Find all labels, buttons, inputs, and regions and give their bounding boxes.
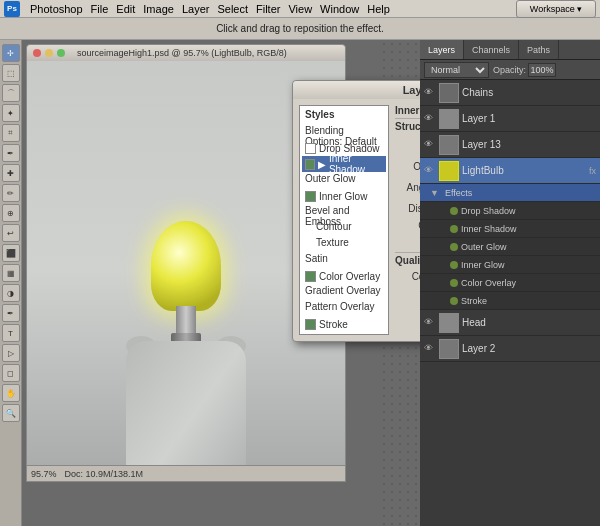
drop-shadow-check[interactable] [305, 143, 316, 154]
styles-header: Styles [302, 108, 386, 124]
panel-tabs: Layers Channels Paths [420, 40, 600, 60]
inner-shadow-check[interactable] [305, 159, 315, 170]
dialog-settings-panel: Inner Shadow Structure Blend Mode: Satur… [395, 105, 420, 335]
tool-history[interactable]: ↩ [2, 224, 20, 242]
tool-hand[interactable]: ✋ [2, 384, 20, 402]
effect-color-overlay[interactable]: Color Overlay [420, 274, 600, 292]
layer-name-lightbulb: LightBulb [462, 165, 586, 176]
tool-eraser[interactable]: ⬛ [2, 244, 20, 262]
style-inner-shadow[interactable]: ▶Inner Shadow [302, 156, 386, 172]
tool-pen[interactable]: ✒ [2, 304, 20, 322]
menu-bar: Ps Photoshop File Edit Image Layer Selec… [0, 0, 600, 18]
style-satin[interactable]: Satin [302, 252, 386, 268]
maximize-button[interactable] [57, 49, 65, 57]
layer-13[interactable]: 👁 Layer 13 [420, 132, 600, 158]
layer-head[interactable]: 👁 Head [420, 310, 600, 336]
tab-paths[interactable]: Paths [519, 40, 559, 59]
menu-edit[interactable]: Edit [116, 3, 135, 15]
eye-icon-chains[interactable]: 👁 [424, 87, 436, 99]
minimize-button[interactable] [45, 49, 53, 57]
separator-1 [395, 118, 420, 119]
app-logo: Ps [4, 1, 20, 17]
eye-icon-layer2[interactable]: 👁 [424, 343, 436, 355]
tool-brush[interactable]: ✏ [2, 184, 20, 202]
menu-help[interactable]: Help [367, 3, 390, 15]
main-area: ✢ ⬚ ⌒ ✦ ⌗ ✒ ✚ ✏ ⊕ ↩ ⬛ ▦ ◑ ✒ T ▷ ◻ ✋ 🔍 so… [0, 40, 600, 526]
effect-outer-glow[interactable]: Outer Glow [420, 238, 600, 256]
left-toolbar: ✢ ⬚ ⌒ ✦ ⌗ ✒ ✚ ✏ ⊕ ↩ ⬛ ▦ ◑ ✒ T ▷ ◻ ✋ 🔍 [0, 40, 22, 526]
tool-type[interactable]: T [2, 324, 20, 342]
eye-icon-layer1[interactable]: 👁 [424, 113, 436, 125]
tool-magic-wand[interactable]: ✦ [2, 104, 20, 122]
menu-file[interactable]: File [91, 3, 109, 15]
lightbulb-neck [176, 306, 196, 336]
eye-icon-layer13[interactable]: 👁 [424, 139, 436, 151]
stroke-check[interactable] [305, 319, 316, 330]
tool-heal[interactable]: ✚ [2, 164, 20, 182]
thumb-layer2 [439, 339, 459, 359]
menu-select[interactable]: Select [217, 3, 248, 15]
size-row: Size: 90 px [395, 235, 420, 249]
color-overlay-check[interactable] [305, 271, 316, 282]
choke-label: Choke: [395, 220, 420, 231]
style-blending-options[interactable]: Blending Options: Default [302, 124, 386, 140]
tool-select[interactable]: ⬚ [2, 64, 20, 82]
menu-filter[interactable]: Filter [256, 3, 280, 15]
fx-icon-lightbulb: fx [589, 166, 596, 176]
layer-2[interactable]: 👁 Layer 2 [420, 336, 600, 362]
layer-name-layer13: Layer 13 [462, 139, 596, 150]
effect-dot-outer-glow [450, 243, 458, 251]
style-inner-glow[interactable]: Inner Glow [302, 188, 386, 204]
style-texture[interactable]: Texture [302, 236, 386, 252]
layer-chains[interactable]: 👁 Chains [420, 80, 600, 106]
eye-icon-head[interactable]: 👁 [424, 317, 436, 329]
style-gradient-overlay[interactable]: Gradient Overlay [302, 284, 386, 300]
eye-icon-lightbulb[interactable]: 👁 [424, 165, 436, 177]
menu-layer[interactable]: Layer [182, 3, 210, 15]
blend-mode-dropdown[interactable]: Normal [424, 62, 489, 78]
effect-stroke[interactable]: Stroke [420, 292, 600, 310]
tool-dodge[interactable]: ◑ [2, 284, 20, 302]
menu-view[interactable]: View [288, 3, 312, 15]
workspace-button[interactable]: Workspace ▾ [516, 0, 596, 18]
distance-row: Distance: 18 px [395, 201, 420, 215]
mannequin-torso [126, 341, 246, 481]
layer-name-layer2: Layer 2 [462, 343, 596, 354]
tool-zoom[interactable]: 🔍 [2, 404, 20, 422]
style-pattern-overlay[interactable]: Pattern Overlay [302, 300, 386, 316]
tool-path[interactable]: ▷ [2, 344, 20, 362]
tool-gradient[interactable]: ▦ [2, 264, 20, 282]
style-bevel-emboss[interactable]: Bevel and Emboss [302, 204, 386, 220]
menu-photoshop[interactable]: Photoshop [30, 3, 83, 15]
tool-move[interactable]: ✢ [2, 44, 20, 62]
effect-inner-glow[interactable]: Inner Glow [420, 256, 600, 274]
effect-dot-inner-glow [450, 261, 458, 269]
tab-layers[interactable]: Layers [420, 40, 464, 59]
menu-window[interactable]: Window [320, 3, 359, 15]
angle-row: Angle: 145 ° Use Global Light [395, 176, 420, 198]
canvas-area: sourceimageHigh1.psd @ 95.7% (LightBulb,… [22, 40, 420, 526]
tool-clone[interactable]: ⊕ [2, 204, 20, 222]
effect-inner-shadow[interactable]: Inner Shadow [420, 220, 600, 238]
effect-drop-shadow[interactable]: Drop Shadow [420, 202, 600, 220]
menu-image[interactable]: Image [143, 3, 174, 15]
canvas-status-bar: 95.7% Doc: 10.9M/138.1M [27, 465, 345, 481]
layer-lightbulb[interactable]: 👁 LightBulb fx [420, 158, 600, 184]
effects-expand-icon[interactable]: ▼ [430, 188, 439, 198]
tool-lasso[interactable]: ⌒ [2, 84, 20, 102]
inner-glow-check[interactable] [305, 191, 316, 202]
tab-channels[interactable]: Channels [464, 40, 519, 59]
thumb-layer1 [439, 109, 459, 129]
style-stroke[interactable]: Stroke [302, 316, 386, 332]
contour-row: Contour: Anti-aliased [395, 268, 420, 284]
style-color-overlay[interactable]: Color Overlay [302, 268, 386, 284]
close-button[interactable] [33, 49, 41, 57]
opacity-panel-input[interactable] [528, 63, 556, 77]
layer-1[interactable]: 👁 Layer 1 [420, 106, 600, 132]
tool-crop[interactable]: ⌗ [2, 124, 20, 142]
doc-size: Doc: 10.9M/138.1M [65, 469, 144, 479]
tool-shape[interactable]: ◻ [2, 364, 20, 382]
layers-list: 👁 Chains 👁 Layer 1 👁 Layer 13 👁 LightBul… [420, 80, 600, 526]
tool-eyedropper[interactable]: ✒ [2, 144, 20, 162]
canvas-titlebar: sourceimageHigh1.psd @ 95.7% (LightBulb,… [27, 45, 345, 61]
